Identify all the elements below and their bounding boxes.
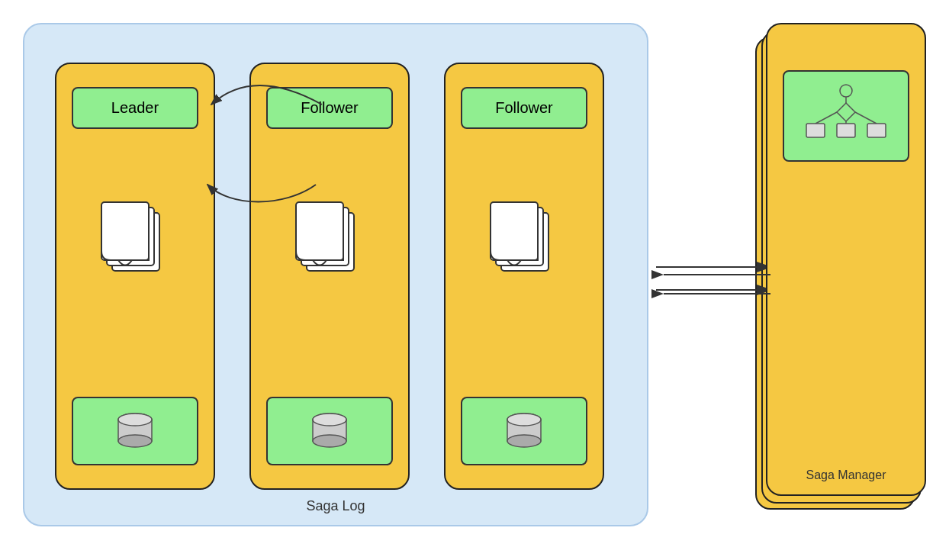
follower1-role-label: Follower (266, 87, 393, 129)
leader-node: Leader (55, 63, 215, 490)
svg-marker-24 (837, 103, 855, 121)
svg-rect-29 (806, 124, 825, 137)
follower2-db-box (461, 397, 587, 465)
main-container: Saga Log Leader (15, 15, 934, 545)
follower2-role-label: Follower (461, 87, 587, 129)
svg-rect-10 (296, 202, 343, 260)
follower1-db-box (266, 397, 393, 465)
svg-rect-17 (491, 202, 538, 260)
svg-rect-3 (101, 202, 149, 260)
follower1-node: Follower (249, 63, 410, 490)
svg-rect-31 (867, 124, 886, 137)
svg-line-26 (815, 112, 837, 124)
leader-log-icon (97, 201, 173, 285)
leader-db-box (72, 397, 198, 465)
saga-log-container: Saga Log Leader (23, 23, 648, 526)
workflow-diagram-box (783, 70, 909, 162)
svg-point-20 (507, 435, 541, 447)
saga-manager-container: Saga Manager (766, 23, 926, 496)
svg-point-21 (507, 414, 541, 426)
svg-point-23 (840, 85, 852, 97)
svg-point-6 (118, 435, 152, 447)
svg-point-7 (118, 414, 152, 426)
svg-point-13 (313, 435, 346, 447)
follower1-log-icon (291, 201, 368, 285)
follower2-node: Follower (444, 63, 604, 490)
svg-rect-30 (837, 124, 855, 137)
leader-role-label: Leader (72, 87, 198, 129)
follower2-log-icon (486, 201, 562, 285)
saga-manager-label: Saga Manager (806, 468, 886, 482)
svg-line-28 (855, 112, 877, 124)
svg-point-14 (313, 414, 346, 426)
saga-log-label: Saga Log (306, 498, 365, 514)
